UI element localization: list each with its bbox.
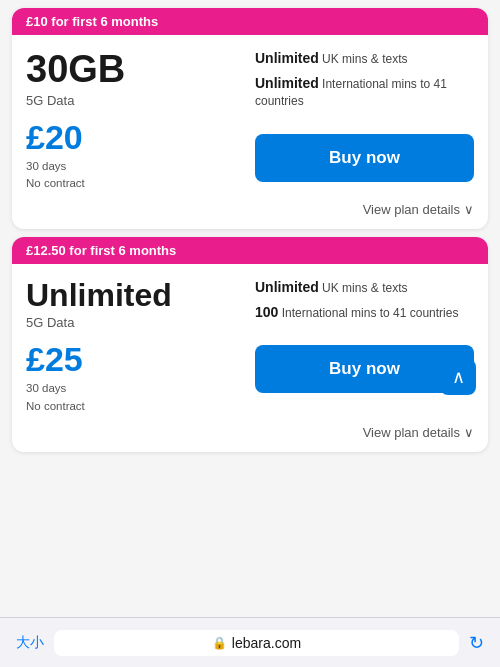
feature-line-0-30gb: Unlimited UK mins & texts (255, 49, 474, 69)
features-unlimited: Unlimited UK mins & texts 100 Internatio… (255, 278, 474, 327)
right-inner-30gb: Unlimited UK mins & texts Unlimited Inte… (255, 49, 474, 182)
card-left-unlimited: Unlimited 5G Data £25 30 days No contrac… (26, 278, 245, 415)
features-30gb: Unlimited UK mins & texts Unlimited Inte… (255, 49, 474, 116)
view-details-label-unlimited: View plan details (363, 425, 460, 440)
lock-icon: 🔒 (212, 636, 227, 650)
browser-bar-url-area[interactable]: 🔒 lebara.com (54, 630, 459, 656)
buy-button-30gb[interactable]: Buy now (255, 134, 474, 182)
feature-highlight-0-unlimited: Unlimited (255, 279, 319, 295)
promo-bar-unlimited: £12.50 for first 6 months (12, 237, 488, 264)
view-details-label-30gb: View plan details (363, 202, 460, 217)
browser-bar: 大小 🔒 lebara.com ↻ (0, 617, 500, 667)
feature-sub-0-30gb: UK mins & texts (319, 52, 408, 66)
plan-card-30gb: £10 for first 6 months 30GB 5G Data £20 … (12, 8, 488, 229)
data-type-unlimited: 5G Data (26, 315, 245, 330)
card-left-30gb: 30GB 5G Data £20 30 days No contract (26, 49, 245, 192)
promo-bar-30gb: £10 for first 6 months (12, 8, 488, 35)
feature-highlight-1-30gb: Unlimited (255, 75, 319, 91)
right-inner-unlimited: Unlimited UK mins & texts 100 Internatio… (255, 278, 474, 393)
card-body-30gb: 30GB 5G Data £20 30 days No contract Unl… (12, 35, 488, 192)
buy-button-wrapper-unlimited: Buy now ∧ (255, 331, 474, 393)
feature-highlight-1-unlimited: 100 (255, 304, 278, 320)
price-30gb: £20 (26, 120, 245, 154)
feature-sub-0-unlimited: UK mins & texts (319, 281, 408, 295)
plan-card-unlimited: £12.50 for first 6 months Unlimited 5G D… (12, 237, 488, 452)
data-type-30gb: 5G Data (26, 93, 245, 108)
price-days-unlimited: 30 days (26, 382, 66, 394)
price-contract-30gb: No contract (26, 177, 85, 189)
feature-line-0-unlimited: Unlimited UK mins & texts (255, 278, 474, 298)
refresh-button[interactable]: ↻ (469, 632, 484, 654)
chevron-icon-30gb: ∨ (464, 202, 474, 217)
data-amount-unlimited: Unlimited (26, 278, 245, 313)
browser-bar-left-label[interactable]: 大小 (16, 634, 44, 652)
price-days-30gb: 30 days (26, 160, 66, 172)
price-details-unlimited: 30 days No contract (26, 380, 245, 415)
scroll-area: £10 for first 6 months 30GB 5G Data £20 … (0, 8, 500, 520)
card-right-unlimited: Unlimited UK mins & texts 100 Internatio… (245, 278, 474, 393)
price-unlimited: £25 (26, 342, 245, 376)
feature-sub-1-unlimited: International mins to 41 countries (278, 306, 458, 320)
feature-highlight-0-30gb: Unlimited (255, 50, 319, 66)
view-details-unlimited[interactable]: View plan details ∨ (12, 415, 488, 452)
card-body-unlimited: Unlimited 5G Data £25 30 days No contrac… (12, 264, 488, 415)
card-right-30gb: Unlimited UK mins & texts Unlimited Inte… (245, 49, 474, 182)
feature-line-1-30gb: Unlimited International mins to 41 count… (255, 74, 474, 111)
data-amount-30gb: 30GB (26, 49, 245, 91)
url-text: lebara.com (232, 635, 301, 651)
price-contract-unlimited: No contract (26, 400, 85, 412)
scroll-up-icon[interactable]: ∧ (440, 359, 476, 395)
chevron-icon-unlimited: ∨ (464, 425, 474, 440)
price-details-30gb: 30 days No contract (26, 158, 245, 193)
feature-line-1-unlimited: 100 International mins to 41 countries (255, 303, 474, 323)
view-details-30gb[interactable]: View plan details ∨ (12, 192, 488, 229)
